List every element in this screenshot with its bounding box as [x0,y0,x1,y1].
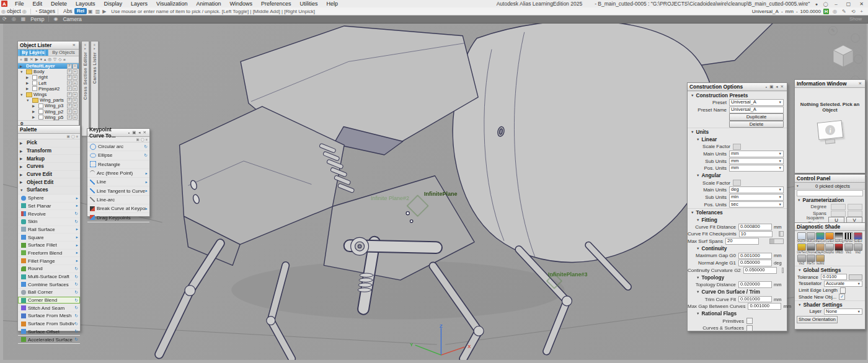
checkbox[interactable] [38,115,43,120]
tool-option-icon[interactable]: ▸ [146,180,148,185]
palette-tool[interactable]: Accelerated Surface ↻ [18,336,80,344]
show-menu[interactable]: Show [849,16,868,22]
keypoint-tool[interactable]: Break Curve at Keypoint ▸ [87,204,149,213]
keypoint-tool[interactable]: Ellipse ↻ [87,151,149,160]
parameterization-header[interactable]: ▼Parameterization [795,197,865,203]
checkbox[interactable] [32,75,37,80]
search-icon[interactable]: ◎ [0,9,7,14]
menu-item[interactable]: File [11,0,29,7]
panel-titlebar-icon[interactable]: ✕ [779,84,785,89]
history-icon[interactable]: H [823,9,829,14]
lister-tool-icon[interactable]: ≡ [63,58,66,62]
value-input[interactable]: 0.001000 [748,303,781,310]
palette-section[interactable]: ▶Object Edit [18,178,80,186]
tool-option-icon[interactable]: ▸ [76,235,78,240]
menu-item[interactable]: Delete [46,0,71,7]
picked-objects-bar[interactable]: ▾0 picked objects [795,183,865,190]
units-dropdown[interactable]: min▼ [729,194,784,201]
palette-section[interactable]: ▶Markup [18,155,80,163]
close-icon[interactable]: ✕ [71,43,77,48]
stages-icon[interactable]: ◔ [33,9,39,14]
checkbox[interactable] [38,109,43,114]
palette-header-icon[interactable]: ≡ [76,134,78,138]
shade-mode-button[interactable]: Vis1 [844,243,853,254]
snap-toggle-icon[interactable]: + [859,9,864,14]
tree-row[interactable]: ▼Wing_partsP✛ [18,97,79,103]
panel-titlebar-icon[interactable]: ▣ [131,130,137,135]
value-input[interactable]: 10 [739,231,773,238]
shade-mode-button[interactable]: Chrome [806,243,815,254]
keypoint-tool[interactable]: Line Tangent to Curve ▸ [87,186,149,195]
tool-option-icon[interactable]: ↻ [75,321,78,326]
tree-row[interactable]: ▶Pimpas#2P✛ [18,86,79,92]
delete-button[interactable]: Delete [729,121,784,128]
tree-row[interactable]: ▶rightP✛ [18,74,79,80]
value-input[interactable]: 0.001000 [738,253,772,260]
lister-tool-icon[interactable]: ▾ [40,57,43,62]
menu-item[interactable]: Layouts [71,0,100,7]
stages-button[interactable]: Stages [39,8,55,14]
snap-toggle-icon[interactable]: ⟲ [850,9,857,14]
palette-tool[interactable]: Combine Surfaces ↻ [18,281,80,289]
keypoint-tool[interactable]: Arc (three Point) ▸ [87,169,149,178]
rel-toggle[interactable]: Rel [74,8,87,14]
tree-row[interactable]: ▼BodyP✛ [18,69,79,74]
shade-mode-button[interactable]: CurEvl [825,232,835,243]
tool-option-icon[interactable]: ↻ [75,313,78,318]
palette-tool[interactable]: Surface Offset ↻ [18,328,80,336]
palette-section[interactable]: ▶Curves [18,163,80,171]
checkbox[interactable] [32,81,37,85]
shade-mode-button[interactable]: SurEvl [853,232,862,243]
units-dropdown[interactable]: mm▼ [729,151,784,157]
curves-surfaces-checkbox[interactable] [746,325,753,331]
palette-tool[interactable]: Rail Surface ▸ [18,226,80,234]
tree-row[interactable]: ▶DefaultLayerP✛ [18,63,79,69]
tab-by-objects[interactable]: By Objects [48,50,79,56]
tree-row[interactable]: ▶LeftP✛ [18,81,79,86]
shade-new-checkbox[interactable]: ✓ [839,294,845,300]
alias-logo-icon[interactable]: A [1,1,7,7]
viewport-tool-icon[interactable]: ▦ [19,16,29,22]
camera-tab[interactable]: Camera [60,16,84,22]
tool-option-icon[interactable]: ↻ [75,290,78,295]
tool-option-icon[interactable]: ▸ [76,250,78,255]
viewcube-orbit-icon[interactable] [851,33,860,43]
lister-tool-icon[interactable]: ◎ [47,57,52,62]
tool-option-icon[interactable]: ▸ [76,203,78,208]
maximize-button[interactable]: ▢ [844,1,854,7]
tool-option-icon[interactable]: ↻ [75,266,78,271]
units-dropdown[interactable]: sec▼ [729,201,784,208]
palette-tool[interactable]: Revolve ↻ [18,210,80,218]
tool-option-icon[interactable]: ↻ [75,282,78,287]
construction-preset-label[interactable]: Universal_A [752,9,779,14]
limit-edge-checkbox[interactable] [840,287,846,294]
lister-tool-icon[interactable]: ✕ [29,57,34,62]
palette-tool[interactable]: Set Planar ▸ [18,203,80,211]
shade-mode-button[interactable]: MulCol [806,232,815,243]
panel-titlebar-icon[interactable]: ◂ [137,130,141,135]
tool-option-icon[interactable]: ↻ [75,211,78,216]
checkbox[interactable] [38,103,43,108]
slider[interactable] [769,238,784,244]
lister-tool-icon[interactable]: ▴ [43,57,46,62]
units-dropdown[interactable]: deg▼ [729,186,784,193]
value-input[interactable]: 0.050000 [738,260,772,266]
tool-option-icon[interactable]: ↻ [75,337,78,342]
menu-item[interactable]: Layers [126,0,152,7]
menu-item[interactable]: Display [100,0,127,7]
subsection-header[interactable]: ▼Rational Flags [688,310,787,318]
shade-mode-button[interactable]: UsrTex [797,243,806,254]
shade-mode-button[interactable]: ShdOff [797,232,806,243]
tool-option-icon[interactable]: ▸ [76,243,78,248]
tree-row[interactable]: ▶Wing_p2P✛ [18,109,79,115]
account-icon[interactable]: ● [813,1,819,7]
tree-row[interactable]: ▶Wing_p3P✛ [18,103,79,108]
menu-item[interactable]: Preferences [257,0,296,7]
tessellator-dropdown[interactable]: Accurate▼ [824,281,862,287]
value-input[interactable]: 20 [725,238,759,245]
shade-mode-button[interactable]: FileTx [806,255,815,265]
window-icon[interactable]: ▥ [94,9,102,14]
menu-item[interactable]: Windows [226,0,257,7]
section-header[interactable]: ▼Construction Presets [688,91,787,99]
subsection-header[interactable]: ▼Angular [688,172,787,180]
